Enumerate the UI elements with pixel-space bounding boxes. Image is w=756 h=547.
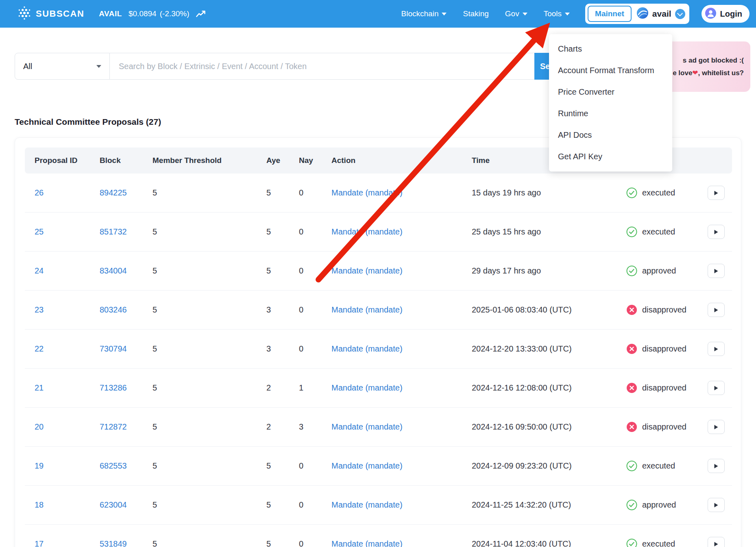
status-label: approved	[642, 500, 676, 510]
table-row: 24 834004 5 5 0 Mandate (mandate) 29 day…	[25, 252, 732, 291]
nav-blockchain[interactable]: Blockchain	[401, 9, 447, 18]
row-expand-button[interactable]	[708, 342, 725, 356]
status-badge: approved	[626, 265, 696, 276]
login-button[interactable]: Login	[702, 5, 749, 23]
heart-icon: ❤	[692, 69, 698, 77]
proposal-id-link[interactable]: 20	[35, 422, 44, 431]
network-name: avail	[652, 9, 671, 19]
tools-menu-item-api-docs[interactable]: API Docs	[549, 124, 672, 146]
search-filter-select[interactable]: All	[15, 53, 110, 80]
block-link[interactable]: 894225	[100, 188, 127, 197]
action-link[interactable]: Mandate (mandate)	[331, 266, 403, 275]
avail-logo-icon	[636, 7, 649, 21]
block-link[interactable]: 730794	[100, 344, 127, 353]
status-badge: approved	[626, 499, 696, 510]
action-link[interactable]: Mandate (mandate)	[331, 500, 403, 509]
action-link[interactable]: Mandate (mandate)	[331, 461, 403, 470]
proposal-id-link[interactable]: 17	[35, 539, 44, 547]
nav-staking-label: Staking	[463, 9, 488, 18]
action-link[interactable]: Mandate (mandate)	[331, 383, 403, 392]
col-block: Block	[94, 148, 147, 174]
block-link[interactable]: 531849	[100, 539, 127, 547]
row-expand-button[interactable]	[708, 264, 725, 278]
action-link[interactable]: Mandate (mandate)	[331, 188, 403, 197]
block-link[interactable]: 713286	[100, 383, 127, 392]
network-select[interactable]: avail	[636, 7, 685, 21]
action-link[interactable]: Mandate (mandate)	[331, 344, 403, 353]
block-link[interactable]: 803246	[100, 305, 127, 314]
action-link[interactable]: Mandate (mandate)	[331, 422, 403, 431]
member-threshold-value: 5	[147, 252, 261, 291]
row-expand-button[interactable]	[708, 537, 725, 547]
aye-value: 5	[261, 174, 293, 213]
col-action: Action	[326, 148, 466, 174]
row-expand-button[interactable]	[708, 186, 725, 200]
proposal-id-link[interactable]: 26	[35, 188, 44, 197]
tools-menu-item-price-converter[interactable]: Price Converter	[549, 81, 672, 103]
chevron-down-icon	[96, 65, 101, 68]
proposal-id-link[interactable]: 21	[35, 383, 44, 392]
nay-value: 0	[293, 447, 326, 486]
status-badge: disapproved	[626, 382, 696, 393]
price-chart-icon[interactable]	[196, 11, 205, 17]
chevron-down-icon	[565, 13, 570, 15]
row-expand-button[interactable]	[708, 459, 725, 473]
search-input[interactable]	[110, 53, 534, 80]
nav-staking[interactable]: Staking	[463, 9, 488, 18]
time-value: 2025-01-06 08:03:40 (UTC)	[466, 291, 621, 330]
subscan-logo[interactable]: SUBSCAN	[17, 6, 84, 22]
aye-value: 5	[261, 252, 293, 291]
row-expand-button[interactable]	[708, 498, 725, 512]
block-link[interactable]: 623004	[100, 500, 127, 509]
tools-menu-item-get-api-key[interactable]: Get API Key	[549, 146, 672, 167]
proposal-id-link[interactable]: 24	[35, 266, 44, 275]
nav-gov[interactable]: Gov	[505, 9, 527, 18]
mainnet-button[interactable]: Mainnet	[588, 6, 632, 22]
status-label: disapproved	[642, 344, 686, 354]
proposal-id-link[interactable]: 22	[35, 344, 44, 353]
status-label: executed	[642, 539, 675, 547]
row-expand-button[interactable]	[708, 225, 725, 239]
status-badge: executed	[626, 460, 696, 471]
network-chevron-icon	[675, 9, 685, 19]
block-link[interactable]: 834004	[100, 266, 127, 275]
tools-menu-item-account-format-transform[interactable]: Account Format Transform	[549, 60, 672, 81]
search-bar: All Search	[15, 53, 588, 80]
nav-gov-label: Gov	[505, 9, 519, 18]
proposal-id-link[interactable]: 25	[35, 227, 44, 236]
time-value: 2024-11-04 12:03:40 (UTC)	[466, 525, 621, 547]
tools-menu-item-charts[interactable]: Charts	[549, 38, 672, 60]
play-icon	[714, 424, 719, 430]
time-value: 2024-12-16 12:08:00 (UTC)	[466, 369, 621, 408]
proposal-id-link[interactable]: 23	[35, 305, 44, 314]
proposal-id-link[interactable]: 18	[35, 500, 44, 509]
action-link[interactable]: Mandate (mandate)	[331, 539, 403, 547]
token-price: $0.0894	[129, 9, 157, 18]
brand-name: SUBSCAN	[36, 9, 84, 19]
aye-value: 5	[261, 447, 293, 486]
play-icon	[714, 463, 719, 469]
nav-tools[interactable]: Tools	[544, 9, 570, 18]
proposal-id-link[interactable]: 19	[35, 461, 44, 470]
play-icon	[714, 502, 719, 508]
table-row: 17 531849 5 5 0 Mandate (mandate) 2024-1…	[25, 525, 732, 547]
member-threshold-value: 5	[147, 369, 261, 408]
action-link[interactable]: Mandate (mandate)	[331, 227, 403, 236]
nay-value: 0	[293, 486, 326, 525]
tools-menu-item-runtime[interactable]: Runtime	[549, 103, 672, 124]
nay-value: 3	[293, 408, 326, 447]
row-expand-button[interactable]	[708, 303, 725, 317]
block-link[interactable]: 712872	[100, 422, 127, 431]
action-link[interactable]: Mandate (mandate)	[331, 305, 403, 314]
play-icon	[714, 346, 719, 352]
row-expand-button[interactable]	[708, 381, 725, 395]
block-link[interactable]: 682553	[100, 461, 127, 470]
play-icon	[714, 541, 719, 547]
status-label: executed	[642, 188, 675, 198]
status-success-icon	[626, 265, 637, 276]
block-link[interactable]: 851732	[100, 227, 127, 236]
proposals-table: Proposal ID Block Member Threshold Aye N…	[25, 148, 732, 547]
table-row: 21 713286 5 2 1 Mandate (mandate) 2024-1…	[25, 369, 732, 408]
row-expand-button[interactable]	[708, 420, 725, 434]
aye-value: 2	[261, 369, 293, 408]
